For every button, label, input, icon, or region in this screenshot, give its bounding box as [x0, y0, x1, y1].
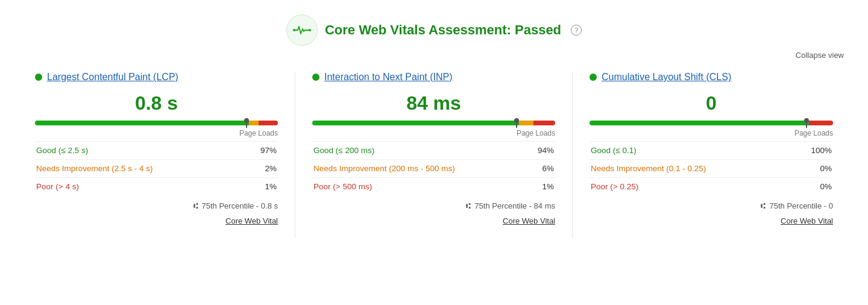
gauge-marker-cls	[806, 118, 807, 128]
vital-gauge-lcp	[35, 121, 278, 125]
gauge-bar-inp	[312, 121, 555, 125]
stats-row-inp-0: Good (≤ 200 ms)94%	[312, 142, 555, 160]
stats-value-lcp-2: 1%	[245, 178, 278, 196]
percentile-text-lcp: 75th Percentile - 0.8 s	[202, 201, 278, 210]
gauge-red-cls	[809, 121, 833, 125]
marker-pin-inp	[516, 118, 517, 128]
stats-label-lcp-1: Needs Improvement (2.5 s - 4 s)	[35, 160, 245, 178]
vital-gauge-cls	[590, 121, 833, 125]
vital-dot-cls	[590, 74, 597, 81]
stats-value-cls-2: 0%	[793, 178, 833, 196]
percentile-icon-lcp: ⑆	[193, 201, 198, 210]
stats-table-inp: Good (≤ 200 ms)94%Needs Improvement (200…	[312, 141, 555, 195]
percentile-icon-cls: ⑆	[761, 201, 766, 210]
stats-value-cls-1: 0%	[793, 160, 833, 178]
stats-value-lcp-1: 2%	[245, 160, 278, 178]
page-loads-label-inp: Page Loads	[312, 129, 555, 137]
stats-label-cls-1: Needs Improvement (0.1 - 0.25)	[590, 160, 793, 178]
gauge-orange-inp	[519, 121, 533, 125]
header-text: Core Web Vitals Assessment: Passed	[325, 22, 561, 38]
cwv-link-row-lcp: Core Web Vital	[35, 215, 278, 226]
vital-name-inp[interactable]: Interaction to Next Paint (INP)	[324, 72, 453, 83]
stats-row-inp-1: Needs Improvement (200 ms - 500 ms)6%	[312, 160, 555, 178]
header-status: Passed	[515, 22, 561, 37]
stats-row-lcp-1: Needs Improvement (2.5 s - 4 s)2%	[35, 160, 278, 178]
cwv-link-row-inp: Core Web Vital	[312, 215, 555, 226]
stats-label-cls-2: Poor (> 0.25)	[590, 178, 793, 196]
cwv-link-row-cls: Core Web Vital	[590, 215, 833, 226]
vital-title-row-lcp: Largest Contentful Paint (LCP)	[35, 72, 278, 83]
gauge-orange-lcp	[249, 121, 259, 125]
vitals-icon	[286, 14, 318, 46]
cwv-link-lcp[interactable]: Core Web Vital	[225, 216, 278, 225]
vital-name-cls[interactable]: Cumulative Layout Shift (CLS)	[602, 72, 731, 83]
percentile-text-cls: 75th Percentile - 0	[769, 201, 833, 210]
gauge-red-lcp	[259, 121, 278, 125]
gauge-green-lcp	[35, 121, 249, 125]
cwv-link-cls[interactable]: Core Web Vital	[781, 216, 833, 225]
page-loads-label-cls: Page Loads	[590, 129, 833, 137]
vital-value-inp: 84 ms	[312, 92, 555, 115]
percentile-row-cls: ⑆75th Percentile - 0	[590, 201, 833, 210]
stats-value-inp-0: 94%	[527, 142, 555, 160]
stats-value-inp-1: 6%	[527, 160, 555, 178]
gauge-marker-lcp	[246, 118, 247, 128]
vital-card-lcp: Largest Contentful Paint (LCP)0.8 sPage …	[18, 72, 295, 238]
cwv-link-inp[interactable]: Core Web Vital	[503, 216, 555, 225]
vital-value-cls: 0	[590, 92, 833, 115]
vital-card-inp: Interaction to Next Paint (INP)84 msPage…	[295, 72, 573, 238]
percentile-row-lcp: ⑆75th Percentile - 0.8 s	[35, 201, 278, 210]
vital-value-lcp: 0.8 s	[35, 92, 278, 115]
stats-table-lcp: Good (≤ 2.5 s)97%Needs Improvement (2.5 …	[35, 141, 278, 195]
marker-pin-cls	[806, 118, 807, 128]
stats-row-inp-2: Poor (> 500 ms)1%	[312, 178, 555, 196]
vital-title-row-inp: Interaction to Next Paint (INP)	[312, 72, 555, 83]
stats-value-lcp-0: 97%	[245, 142, 278, 160]
gauge-marker-inp	[516, 118, 517, 128]
stats-label-inp-0: Good (≤ 200 ms)	[312, 142, 527, 160]
vital-card-cls: Cumulative Layout Shift (CLS)0Page Loads…	[573, 72, 850, 238]
vital-dot-inp	[312, 74, 319, 81]
stats-value-cls-0: 100%	[793, 142, 833, 160]
vital-gauge-inp	[312, 121, 555, 125]
stats-label-lcp-0: Good (≤ 2.5 s)	[35, 142, 245, 160]
header-title-text: Core Web Vitals Assessment:	[325, 22, 511, 37]
percentile-icon-inp: ⑆	[466, 201, 471, 210]
vital-title-row-cls: Cumulative Layout Shift (CLS)	[590, 72, 833, 83]
gauge-bar-cls	[590, 121, 833, 125]
percentile-text-inp: 75th Percentile - 84 ms	[474, 201, 555, 210]
gauge-red-inp	[533, 121, 555, 125]
help-icon[interactable]: ?	[571, 25, 582, 36]
stats-row-lcp-0: Good (≤ 2.5 s)97%	[35, 142, 278, 160]
stats-row-cls-2: Poor (> 0.25)0%	[590, 178, 833, 196]
vital-name-lcp[interactable]: Largest Contentful Paint (LCP)	[47, 72, 178, 83]
stats-row-lcp-2: Poor (> 4 s)1%	[35, 178, 278, 196]
stats-row-cls-1: Needs Improvement (0.1 - 0.25)0%	[590, 160, 833, 178]
vital-dot-lcp	[35, 74, 42, 81]
vitals-grid: Largest Contentful Paint (LCP)0.8 sPage …	[0, 72, 868, 250]
collapse-row: Collapse view	[0, 51, 868, 72]
gauge-green-cls	[590, 121, 809, 125]
stats-label-inp-2: Poor (> 500 ms)	[312, 178, 527, 196]
stats-label-lcp-2: Poor (> 4 s)	[35, 178, 245, 196]
stats-table-cls: Good (≤ 0.1)100%Needs Improvement (0.1 -…	[590, 141, 833, 195]
header: Core Web Vitals Assessment: Passed ?	[0, 0, 868, 51]
gauge-green-inp	[312, 121, 519, 125]
gauge-bar-lcp	[35, 121, 278, 125]
collapse-link[interactable]: Collapse view	[796, 51, 844, 60]
page-loads-label-lcp: Page Loads	[35, 129, 278, 137]
percentile-row-inp: ⑆75th Percentile - 84 ms	[312, 201, 555, 210]
stats-label-cls-0: Good (≤ 0.1)	[590, 142, 793, 160]
stats-label-inp-1: Needs Improvement (200 ms - 500 ms)	[312, 160, 527, 178]
stats-value-inp-2: 1%	[527, 178, 555, 196]
marker-pin-lcp	[246, 118, 247, 128]
stats-row-cls-0: Good (≤ 0.1)100%	[590, 142, 833, 160]
